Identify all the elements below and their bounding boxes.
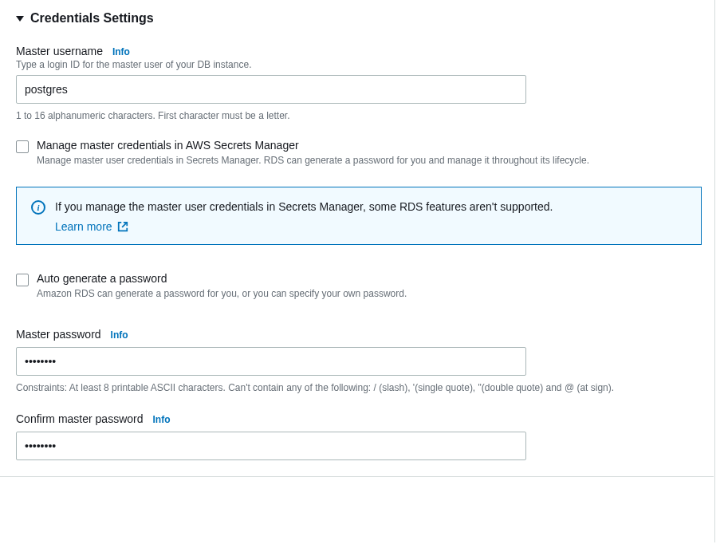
auto-generate-label: Auto generate a password [37, 272, 698, 285]
master-password-hint: Constraints: At least 8 printable ASCII … [16, 381, 698, 395]
master-username-field: Master username Info Type a login ID for… [16, 45, 698, 123]
master-password-label: Master password [16, 328, 101, 341]
confirm-password-info-link[interactable]: Info [153, 414, 171, 425]
info-banner: i If you manage the master user credenti… [16, 187, 702, 245]
confirm-password-label: Confirm master password [16, 412, 144, 425]
section-title: Credentials Settings [30, 11, 154, 26]
secrets-manager-checkbox[interactable] [16, 140, 29, 153]
master-username-input[interactable] [16, 75, 526, 104]
external-link-icon [117, 221, 128, 232]
master-password-field: Master password Info Constraints: At lea… [16, 328, 698, 395]
master-password-input[interactable] [16, 347, 526, 376]
panel-right-border [714, 0, 715, 542]
auto-generate-checkbox[interactable] [16, 274, 29, 286]
auto-generate-description: Amazon RDS can generate a password for y… [37, 288, 407, 299]
secrets-manager-description: Manage master user credentials in Secret… [37, 155, 589, 166]
section-header[interactable]: Credentials Settings [16, 0, 698, 32]
master-username-label: Master username [16, 45, 103, 57]
confirm-password-input[interactable] [16, 432, 526, 460]
confirm-password-field: Confirm master password Info [16, 412, 698, 460]
master-username-info-link[interactable]: Info [112, 46, 130, 57]
credentials-settings-panel: Credentials Settings Master username Inf… [0, 0, 714, 477]
info-icon: i [31, 200, 45, 215]
secrets-manager-label: Manage master credentials in AWS Secrets… [37, 139, 698, 152]
info-banner-text: If you manage the master user credential… [55, 199, 553, 215]
learn-more-link[interactable]: Learn more [55, 220, 112, 233]
auto-generate-checkbox-block: Auto generate a password Amazon RDS can … [16, 272, 698, 301]
collapse-toggle-icon [16, 16, 24, 22]
master-username-hint: 1 to 16 alphanumeric characters. First c… [16, 108, 698, 123]
secrets-manager-checkbox-block: Manage master credentials in AWS Secrets… [16, 139, 698, 168]
master-username-description: Type a login ID for the master user of y… [16, 59, 698, 70]
master-password-info-link[interactable]: Info [111, 329, 128, 341]
